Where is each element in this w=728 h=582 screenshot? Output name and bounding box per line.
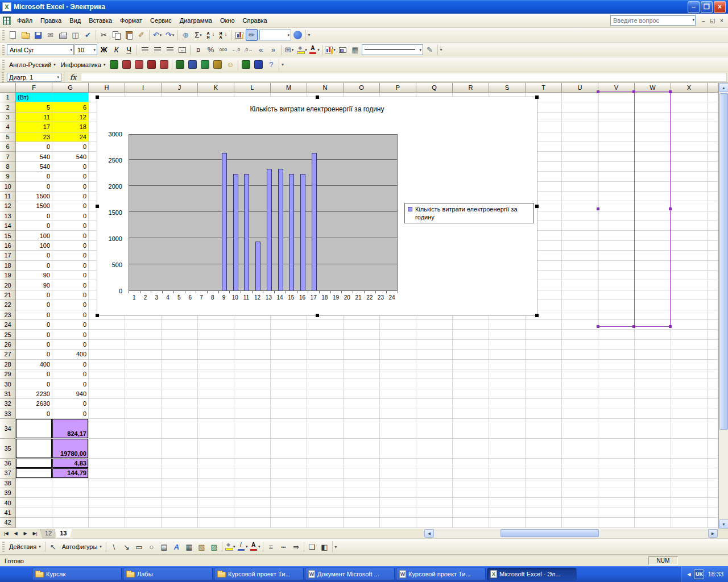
cell[interactable] — [234, 498, 271, 508]
cell[interactable] — [198, 518, 234, 527]
cell[interactable] — [162, 518, 198, 527]
cell[interactable] — [562, 152, 598, 161]
scroll-down-icon[interactable]: ▼ — [719, 519, 728, 529]
dash-style-icon[interactable]: ┅ — [278, 541, 289, 553]
cell-F27[interactable]: 0 — [16, 350, 52, 359]
anglo-russian-button[interactable]: Англо-Русский▾ — [7, 59, 58, 70]
cell[interactable] — [416, 409, 453, 419]
decrease-decimal-icon[interactable]: ,0→ — [242, 44, 254, 56]
column-header-O[interactable]: O — [344, 83, 380, 93]
cell[interactable] — [307, 508, 344, 518]
cell[interactable] — [198, 360, 234, 369]
cell-F1[interactable]: (Вт) — [16, 93, 52, 102]
row-header-41[interactable]: 41 — [0, 508, 16, 518]
cell[interactable] — [198, 369, 234, 379]
cell[interactable] — [598, 340, 635, 350]
cell-F24[interactable]: 0 — [16, 320, 52, 330]
cell[interactable] — [671, 320, 708, 330]
cell[interactable] — [234, 409, 271, 419]
cell[interactable] — [162, 488, 198, 498]
cell[interactable] — [162, 369, 198, 379]
cell[interactable] — [671, 201, 708, 211]
cell[interactable] — [671, 132, 708, 142]
cell[interactable] — [453, 320, 489, 330]
row-header-23[interactable]: 23 — [0, 310, 16, 320]
taskbar-button[interactable]: Лабы — [123, 568, 213, 581]
cell[interactable] — [598, 419, 635, 439]
cell[interactable] — [234, 459, 271, 468]
row-header-16[interactable]: 16 — [0, 241, 16, 251]
cell[interactable] — [234, 379, 271, 389]
cell[interactable] — [307, 498, 344, 508]
cell-F9[interactable]: 0 — [16, 172, 52, 181]
cell[interactable] — [307, 488, 344, 498]
cell[interactable] — [708, 320, 718, 330]
cell[interactable] — [271, 498, 307, 508]
cell[interactable] — [162, 419, 198, 439]
toolbar-grip[interactable] — [2, 542, 5, 552]
cell[interactable] — [562, 290, 598, 300]
cell[interactable] — [635, 498, 671, 508]
cell[interactable] — [562, 122, 598, 132]
cell[interactable] — [380, 389, 416, 399]
window-close-icon[interactable]: × — [717, 16, 726, 25]
cell[interactable] — [708, 122, 718, 132]
cell[interactable] — [526, 340, 562, 350]
shape-handle[interactable] — [632, 325, 635, 328]
informatika-button[interactable]: Информатика▾ — [59, 59, 108, 70]
cell[interactable] — [671, 488, 708, 498]
cell[interactable] — [453, 399, 489, 409]
cell[interactable] — [89, 330, 125, 339]
cell[interactable] — [562, 261, 598, 271]
cell-F37[interactable] — [16, 468, 52, 478]
cell[interactable] — [708, 340, 718, 350]
row-header-30[interactable]: 30 — [0, 379, 16, 389]
cell-F19[interactable]: 90 — [16, 271, 52, 280]
taskbar-button[interactable]: Курсак — [32, 568, 122, 581]
cell[interactable] — [562, 518, 598, 527]
cell[interactable] — [708, 172, 718, 181]
cell[interactable] — [708, 419, 718, 439]
cell-F41[interactable] — [16, 508, 52, 518]
cell[interactable] — [416, 350, 453, 359]
row-header-11[interactable]: 11 — [0, 192, 16, 201]
cell[interactable] — [489, 409, 526, 419]
cell[interactable] — [162, 459, 198, 468]
cell[interactable] — [489, 468, 526, 478]
row-header-6[interactable]: 6 — [0, 142, 16, 152]
cell[interactable] — [89, 419, 125, 439]
cell[interactable] — [234, 399, 271, 409]
cell[interactable] — [489, 439, 526, 459]
cell[interactable] — [635, 459, 671, 468]
cell[interactable] — [562, 271, 598, 280]
menu-item-Сервис[interactable]: Сервис — [146, 15, 176, 26]
cell-G25[interactable]: 0 — [52, 330, 89, 339]
cell[interactable] — [453, 459, 489, 468]
cell-G8[interactable]: 0 — [52, 162, 89, 172]
cell[interactable] — [380, 320, 416, 330]
cell[interactable] — [635, 340, 671, 350]
cell[interactable] — [708, 498, 718, 508]
cell[interactable] — [708, 142, 718, 152]
cell-F32[interactable]: 2630 — [16, 399, 52, 409]
cell[interactable] — [380, 399, 416, 409]
cell[interactable] — [671, 290, 708, 300]
scroll-left-icon[interactable]: ◀ — [424, 529, 434, 538]
cell[interactable] — [307, 369, 344, 379]
fill-color-icon[interactable]: ▾ — [224, 541, 236, 553]
custom-tool-icon-9[interactable] — [212, 59, 224, 70]
cell[interactable] — [453, 409, 489, 419]
align-center-icon[interactable] — [151, 44, 163, 56]
cell-F10[interactable]: 0 — [16, 182, 52, 192]
cell[interactable] — [708, 290, 718, 300]
cell[interactable] — [708, 93, 718, 102]
row-header-40[interactable]: 40 — [0, 498, 16, 508]
cell[interactable] — [453, 498, 489, 508]
cell[interactable] — [125, 488, 162, 498]
chart-bar[interactable] — [255, 242, 260, 290]
cell[interactable] — [198, 409, 234, 419]
scroll-up-icon[interactable]: ▲ — [719, 83, 728, 92]
cell[interactable] — [671, 350, 708, 359]
cell[interactable] — [489, 508, 526, 518]
cell[interactable] — [526, 508, 562, 518]
